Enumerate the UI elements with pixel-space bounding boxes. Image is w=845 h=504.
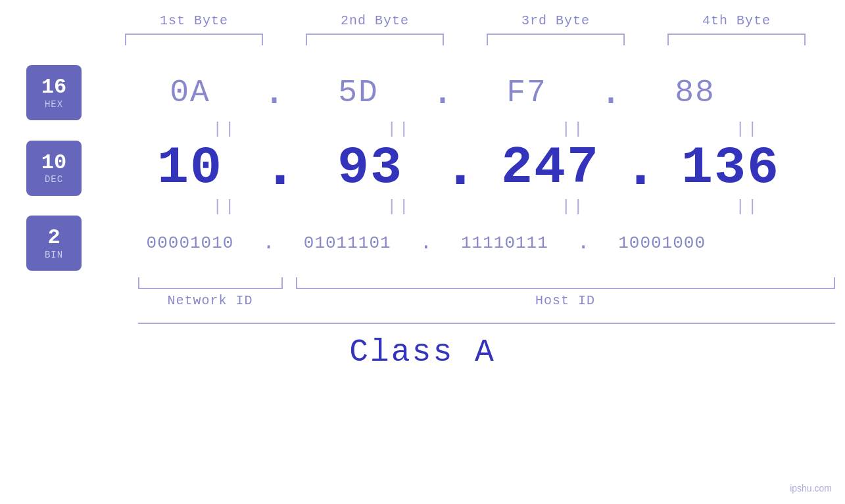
- network-id-label: Network ID: [167, 293, 253, 308]
- hex-val-2: 5D: [338, 75, 379, 110]
- hex-dot-2: .: [431, 73, 454, 112]
- bin-byte3: 11110111: [435, 233, 573, 253]
- bin-badge: 2 BIN: [26, 216, 82, 271]
- hex-val-3: F7: [506, 75, 547, 110]
- bin-base-label: BIN: [45, 250, 63, 260]
- dec-val-3: 247: [501, 138, 600, 198]
- dec-dot-2: .: [443, 139, 478, 198]
- dec-base-label: DEC: [45, 174, 63, 185]
- network-id-label-cell: Network ID: [138, 293, 283, 308]
- dec-val-2: 93: [337, 138, 403, 198]
- hex-val-1: 0A: [170, 75, 210, 110]
- bracket-top-4: [667, 34, 806, 45]
- dec-dot-1: .: [262, 139, 298, 198]
- hex-values: 0A . 5D . F7 . 88: [121, 73, 845, 112]
- dec-byte1: 10: [121, 138, 259, 198]
- host-bracket: [296, 277, 835, 289]
- bottom-brackets: [138, 277, 835, 289]
- class-a-value: Class A: [349, 334, 496, 370]
- eq-row-2: || || || ||: [138, 198, 835, 216]
- dec-val-1: 10: [157, 138, 223, 198]
- hex-byte4: 88: [626, 75, 764, 110]
- eq-row-1: || || || ||: [138, 120, 835, 138]
- dec-base-number: 10: [41, 151, 66, 174]
- bracket-top-1: [125, 34, 263, 45]
- dec-byte4: 136: [662, 138, 800, 198]
- eq-2-3: ||: [504, 198, 642, 216]
- eq-1-3: ||: [504, 120, 642, 138]
- dec-byte2: 93: [301, 138, 439, 198]
- bin-base-number: 2: [47, 226, 60, 249]
- bin-dot-3: .: [577, 233, 589, 254]
- bin-val-1: 00001010: [147, 233, 234, 253]
- byte1-header: 1st Byte: [125, 13, 263, 28]
- bin-val-4: 10001000: [618, 233, 706, 253]
- watermark: ipshu.com: [790, 483, 832, 493]
- bin-byte4: 10001000: [593, 233, 731, 253]
- bracket-top-2: [306, 34, 444, 45]
- dec-byte3: 247: [481, 138, 619, 198]
- bracket-top-3: [487, 34, 625, 45]
- hex-base-number: 16: [41, 76, 66, 99]
- hex-dot-3: .: [599, 73, 623, 112]
- eq-2-4: ||: [679, 198, 817, 216]
- top-brackets: [104, 34, 827, 45]
- bin-dot-1: .: [262, 233, 275, 254]
- byte2-header: 2nd Byte: [306, 13, 444, 28]
- bin-dot-2: .: [420, 233, 432, 254]
- class-line: [138, 323, 835, 324]
- dec-dot-3: .: [623, 139, 658, 198]
- id-labels-row: Network ID Host ID: [138, 293, 835, 308]
- bin-values: 00001010 . 01011101 . 11110111 . 1000100…: [121, 233, 845, 254]
- hex-val-4: 88: [675, 75, 715, 110]
- bin-byte1: 00001010: [121, 233, 259, 253]
- hex-badge: 16 HEX: [26, 65, 82, 120]
- bin-byte2: 01011101: [278, 233, 416, 253]
- byte3-header: 3rd Byte: [487, 13, 625, 28]
- hex-base-label: HEX: [45, 99, 63, 110]
- dec-val-4: 136: [681, 138, 780, 198]
- hex-byte3: F7: [458, 75, 596, 110]
- hex-byte2: 5D: [289, 75, 427, 110]
- hex-dot-1: .: [262, 73, 286, 112]
- hex-row: 16 HEX 0A . 5D . F7 . 88: [0, 65, 845, 120]
- byte-headers: 1st Byte 2nd Byte 3rd Byte 4th Byte: [104, 13, 827, 28]
- eq-1-4: ||: [679, 120, 817, 138]
- main-container: 1st Byte 2nd Byte 3rd Byte 4th Byte 16 H…: [0, 0, 845, 504]
- host-id-label: Host ID: [535, 293, 595, 308]
- bin-val-2: 01011101: [304, 233, 391, 253]
- bin-row: 2 BIN 00001010 . 01011101 . 11110111 . 1…: [0, 216, 845, 271]
- byte4-header: 4th Byte: [667, 13, 806, 28]
- dec-row: 10 DEC 10 . 93 . 247 . 136: [0, 138, 845, 198]
- dec-values: 10 . 93 . 247 . 136: [121, 138, 845, 198]
- network-bracket: [138, 277, 283, 289]
- class-a-row: Class A: [0, 334, 845, 370]
- host-id-label-cell: Host ID: [296, 293, 835, 308]
- bin-val-3: 11110111: [461, 233, 548, 253]
- hex-byte1: 0A: [121, 75, 259, 110]
- dec-badge: 10 DEC: [26, 141, 82, 196]
